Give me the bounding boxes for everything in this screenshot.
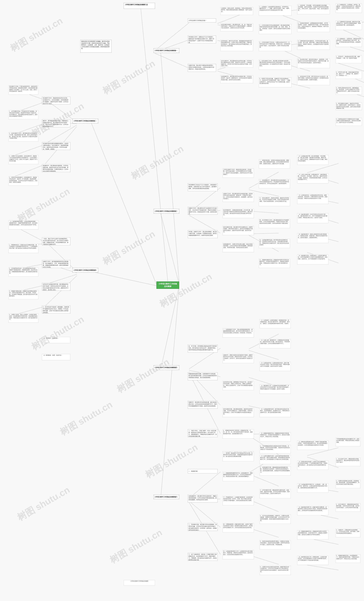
- watermark: 树图 shutu.cn: [58, 399, 115, 439]
- b5-sub4: 二、"谁言寸草心，方报三春晖"。作为一名语文教师，我深知自己肩负的责任重大，在今…: [188, 429, 218, 437]
- b3-l3-4: 在作文教学方面，我注重引导学生观察生活，积累写作素材，同时加强片段练习，使学生在…: [222, 226, 254, 235]
- svg-line-1: [161, 52, 179, 283]
- b5-l4-3: （3）认真批改作业：认真批改每次作业，及时了解学生的学习情况，有针对性地进行辅导…: [260, 362, 291, 371]
- mindmap-container: 树图 shutu.cn 树图 shutu.cn 树图 shutu.cn 树图 s…: [0, 0, 364, 601]
- b1-far1: 1、山高路远：认真传授学生基础知识。汉字的写法、偏旁部首等，一一讲解，要求学生能…: [259, 6, 292, 16]
- b2-d1: 语文教学工作是一门博大精深的学问，有着无穷无尽的知识内涵，我热爱语文教学，把全部…: [9, 85, 38, 95]
- svg-line-78: [11, 164, 45, 178]
- branch5-node: 小学语文教学工作经验总结最新篇五: [153, 365, 179, 370]
- b2-d3: 2、在语文教学工作中，我注重培养学生良好的学习习惯，包括课前预习的习惯、课中认真…: [9, 132, 38, 141]
- b5-l4-2: （2）认真上课：课堂教学中，注重调动学生的积极性，激发学生的学习兴趣，努力创设民…: [260, 339, 291, 348]
- b1-s3: 3、坚持认真批改学生作文，做到每篇必批，批后反馈，让学生从修改中学习写作，不断提…: [335, 87, 362, 95]
- b3-l4-1: 一、加强语基训练。加强语文基础知识的训练，重视积累，通过大量阅读和实践，让学生积…: [259, 159, 290, 169]
- b4-sub1: 一年来，我在工作中认真学习各种教育理论，关注语文教学改革动态，深入反思自己的教学…: [42, 237, 70, 245]
- b1-detail1: 山高路远：指高山连绵，路途遥远。本指山高路远的自然环境，现多比喻前进的道路上困难…: [220, 7, 253, 15]
- b1-sub1: 小学语文教学工作经验总结篇一: [188, 19, 216, 22]
- b5-l3-4: 在作文教学方面，我注重创设情境，激发学生的写作兴趣，引导学生观察生活，积累写作素…: [222, 408, 254, 417]
- b4-sub3: 在学生学习态度的培养方面，我注重激发学生的学习欲望，培养学生对语文学习的热情，让…: [42, 283, 70, 291]
- b6-l5-4: （4）做好家校沟通工作：积极与家长沟通联系，定期向家长汇报学生在校学习情况，听取…: [297, 506, 328, 515]
- b6-sub3: 三、对广大教师而言，教学是一门需要不断学习和探索的艺术，在未来的教学工作中，我将…: [188, 553, 218, 561]
- svg-line-24: [338, 63, 364, 71]
- b1-r3: （3）拓展延伸——读写结合：将阅读与写作有机结合，在阅读的基础上进行仿写、续写、…: [335, 38, 362, 47]
- b1-s1: 1、学写生字，养成良好的书写习惯，做到字体端正、工整，有一定的写字速度。: [335, 55, 362, 63]
- b5-l3-3: 在对待学生方面，我尊重每个学生的个性，关注每个学生的成长，用爱心去感化学生，用耐…: [222, 381, 254, 390]
- b6-l5-3: （3）认真做好教学常规工作：认真备课、上课、批改作业、辅导学生，认真完成学校布置…: [297, 483, 328, 492]
- b1-ext5: 5、在综合性学习方面，我引导学生走入社会生活，拓宽学习领域，培养语文综合实践能力…: [297, 75, 330, 85]
- b5-sub2: 积极探索有效教学策略，在课堂教学中大胆实践，努力提高课堂教学质量，让学生在有限的…: [188, 372, 218, 380]
- b3-sub2: 在教学工作中，我注重学生学习过程和学习方法的指导，关注学生学习情感的培养，帮助学…: [188, 207, 218, 215]
- b3-l5-4: （4）做好课后辅导：针对不同层次学生的学习情况，做好课后辅导工作，对学习有困难的…: [297, 213, 328, 223]
- svg-line-3: [91, 271, 156, 286]
- watermark: 树图 shutu.cn: [129, 143, 186, 183]
- svg-line-7: [155, 23, 189, 50]
- b1-ext1: 1、以身作则，言传身教。在学生面前树立良好形象，言传身教，做学生的榜样，以诚实守…: [297, 4, 330, 14]
- b5-l3-5: 4、积极参加各种学习和培训：积极参加学校、片区、县（市、区）举行的各种业务学习和…: [222, 429, 254, 439]
- b4-sub2: 在教学工作中，我不断探索和研究语文课堂教学，努力构建民主、平等、和谐的课堂教学氛…: [42, 260, 70, 268]
- b6-l4-6: 6、注重语文综合实践活动的开展：积极开展语文综合实践活动，让学生在生活实践中学习…: [260, 566, 291, 575]
- svg-line-5: [161, 286, 179, 370]
- b1-r1: （1）以感情读书：大声朗读、轻声读、快速默读、小组读等多种阅读方式，感受语言的魅…: [335, 4, 362, 13]
- b6-l5-2: （2）加强自身专业发展：认真学习语文课程标准，深入研读语文教材，广泛阅读教育教学…: [297, 461, 328, 470]
- svg-line-59: [189, 472, 220, 498]
- b1-detail5: 在阅读教学中，我注重培养学生的阅读习惯，引导学生多读书，读好书，读整本的书，让学…: [220, 75, 253, 83]
- b1-s2: 2、学写字力求工整，养成正确的写字姿势，做到三个一（胸离桌一拳，眼离书一尺，手离…: [335, 71, 362, 79]
- b5-l4-5: （5）认真做好教学反思：每节课后及时反思自己的教学，总结经验教训，改进教学方法，…: [260, 408, 291, 417]
- b3-l4-3: 三、在作文教学中，创设生活情境，激发学生写作热情，引导学生写熟悉的人和事，写自己…: [259, 197, 290, 206]
- b2-sub1: 语文教学工作中，我始终坚持以学生为主体，以问题为中心，以活动为载体，在轻松愉快的…: [42, 97, 70, 104]
- svg-line-4: [161, 213, 179, 284]
- b3-l4-4: 四、在日常教学工作中，我注重加强语言文字的规范教育，让学生养成说普通话、写规范字…: [259, 219, 290, 228]
- branch1-node: 小学语文教学工作经验总结最新篇一: [153, 48, 179, 53]
- b6-l4-1: 1、下学期继续加强语文基础知识的学习和训练，注重积累，丰富学生的知识储备，为提高…: [260, 445, 291, 453]
- b6-l5-1: （1）继续深化课堂教学改革：不断学习新的教育教学理念，大胆尝试新的教学方法，努力…: [297, 441, 328, 450]
- b6-l3-1: 一、本学期，我在教学工作中坚持以学生为主体，注重培养学生的语文素养，积极探索有效…: [222, 452, 254, 461]
- svg-line-2: [91, 122, 156, 284]
- b1-sub2: 本学期在工作中，着重从以下几个方面进行，圆满完成了本学期的语文教学工作，现将工作…: [188, 36, 216, 43]
- b4-spec2: （2）教材解读、备课、批改作业；: [42, 354, 70, 360]
- svg-line-77: [11, 144, 45, 156]
- b6-l4-4: 4、关注学生的情感体验：在教学中，注重学生的情感体验，尊重学生的独特见解，让学生…: [260, 515, 291, 524]
- b6-r2: 1、在今后的工作中，继续加强语文基础知识的学习，通过各种途径提高学生的语文学习能…: [335, 458, 360, 466]
- b1-far3: 3、小学语文教学工作总结。注重学生的自主学习，引导学生提出自己不懂的问题，并相互…: [259, 41, 292, 51]
- b3-l5-3: （3）认真批改作业：认真批改每次学生作业，做到全批全改，有批有评，注重过程和方法…: [297, 194, 328, 204]
- b3-l5-5: （5）做好期末复习：期末认真组织学生进行系统复习，梳理知识体系，查漏补缺，帮助学…: [297, 233, 328, 243]
- b6-r3: 2、注重学生阅读能力的培养，拓宽阅读面，增加阅读量，提高阅读理解能力，为语文综合…: [335, 480, 360, 488]
- b5-l4-7: （7）认真完成教学任务：认真完成学校布置的各项教学任务，按时完成教学进度，保质保…: [260, 455, 291, 464]
- b5-l4-6: （6）积极参加教研活动：积极参加学校和片区的各种教研活动，向经验丰富的教师学习，…: [260, 432, 291, 441]
- b5-sub3: 在教学中，我注重与学生的情感沟通，建立良好的师生关系，让学生在轻松和谐的氛围中学…: [188, 401, 218, 409]
- b6-l5-5: （5）积极参加教研活动：积极参加学校和片区举行的各种教研活动，主动向同行学习，借…: [297, 530, 328, 540]
- branch4-node: 小学语文教学工作经验总结最新篇四: [72, 268, 98, 272]
- b6-r6: 5、积极参加教研活动，向优秀教师学习，借鉴先进的教学经验，不断提高自己的教学水平…: [335, 554, 360, 563]
- b3-l3-3: 在日常教学中，注重加强词语积累，扩大词汇量，通过造句练习帮助学生掌握词语意思和用…: [222, 209, 254, 218]
- b4-sub4: 4、关注学生的个体差异，因材施教，注重培养学习困难学生的学习信心，尊重每一个学生…: [42, 306, 70, 313]
- b3-l4-2: 二、在阅读教学中，我注重培养学生的阅读能力，引导学生掌握阅读的方法，学会根据不同…: [259, 179, 290, 188]
- b3-l5-2: （2）认真上好每节课：在课堂教学中，做到思路清晰，方法灵活，语言规范，师生互动，…: [297, 173, 328, 183]
- b5-l4-4: （4）做好辅导工作：认真做好学生的课后辅导，针对学生在学习中存在的问题，进行有针…: [260, 384, 291, 394]
- svg-line-73: [307, 565, 338, 570]
- branch3-node: 小学语文教学工作经验总结最新篇三: [153, 209, 179, 213]
- b1-s4: 4、努力探索作文教学，激发学生写作欲望，注重作文指导，加强片段练习，有意识地培养…: [335, 102, 362, 110]
- b6-r1: 下学期将继续落实好各项教学工作，提高语文教学成绩，争取在原有基础上有新的突破。: [335, 438, 360, 446]
- b1-sub3: 在教学方面，我认真学习课程改革的新理论，把理论与实践结合起来，大胆尝试在教学中运…: [188, 64, 216, 72]
- svg-line-9: [155, 53, 189, 68]
- branch2-node: 小学语文教学工作经验总结最新篇二: [72, 119, 98, 123]
- b2-d2: 1、从字词教学开始：字词是语文学习的基础，没有扎实的字词基础，阅读和写作就成了无…: [9, 110, 38, 120]
- b5-sub1: 在、学习方面，本学期我认真参加各种学习和培训活动，努力提高自己的专业水平，更新教…: [188, 345, 218, 352]
- watermark: 树图 shutu.cn: [8, 15, 65, 55]
- b4-d1: （1）加强课堂教学研究：认真钻研教材和课标，创新教学设计，积极开展课堂教学改革，…: [9, 220, 38, 230]
- watermark: 树图 shutu.cn: [100, 57, 157, 97]
- b2-sub3: 作文教学是语文教学的重要组成部分，也是语文教学的难点。在作文教学中，我采用情境教…: [42, 142, 70, 150]
- b6-sub2: 二、写作教学方面，我注重引导学生积累素材，培养写作兴趣，让学生在写作实践中提高写…: [188, 523, 218, 531]
- b6-l4-5: 5、加强与其他学科的联系与整合：注重语文与其他学科的整合，拓宽学生的知识视野，培…: [260, 540, 291, 549]
- b1-s5: 5、培养良好的学习习惯和语文学习兴趣，注重语文素养的整体提高，提高语文综合能力，…: [335, 118, 362, 126]
- svg-line-6: [161, 287, 179, 499]
- b3-l3-5: 在阅读教学中，注重引导学生用心感悟，体会文章的思想感情，让学生在阅读中受到情感熏…: [222, 243, 254, 252]
- b5-l3-2: 在教学中，我努力创设生动活泼的学习情境，使教学贴近学生生活实际，激发学生的学习欲…: [222, 354, 254, 363]
- b6-sub1: 在阅读教学中，我注重引导学生品味语言，理解文章的思想感情，让学生在阅读中受到思想…: [188, 495, 218, 502]
- b6-l3-4: 四、注重家校联系：积极与家长沟通，让家长了解学生在校的学习情况，取得家长的配合和…: [222, 523, 254, 532]
- b3-sub1: 本学期教学工作从以下几个方面进行，虽然成绩不够理想，但我仍努力在工作中完善自己，…: [188, 183, 218, 191]
- watermark: 树图 shutu.cn: [143, 441, 200, 481]
- b6-r5: 4、在教学中，注重发展学生的思维能力，引导学生深入思考，勇于探索，培养学生的创新…: [335, 529, 360, 537]
- b6-l4-2: 2、在阅读教学方面，继续探索有效的阅读教学策略，加强阅读方法的指导，培养学生良好…: [260, 466, 291, 475]
- b2-d4: 3、注重学习方法的指导：在语文教学中，我把学习方法的指导渗透在日常的教学中，让学…: [9, 155, 38, 164]
- b4-d3: 2、关注教育改革动态：关注国家教育改革动态，积极学习新课改理念，把握课改精神，结…: [9, 267, 38, 277]
